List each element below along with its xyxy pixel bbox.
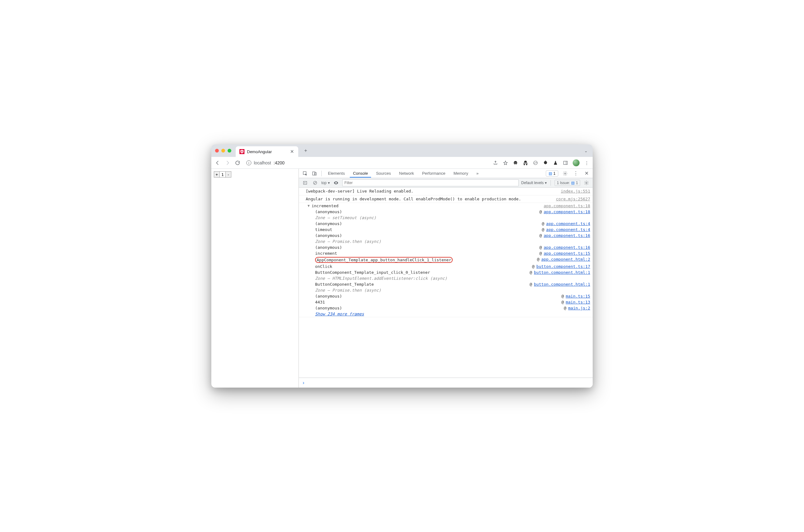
source-link[interactable]: index.js:551 bbox=[557, 188, 590, 194]
close-devtools-icon[interactable]: ✕ bbox=[583, 170, 590, 177]
tab-performance[interactable]: Performance bbox=[419, 169, 448, 177]
share-icon[interactable] bbox=[493, 160, 498, 166]
more-tabs-icon[interactable]: » bbox=[473, 169, 482, 177]
stack-source: @main.ts:15 bbox=[561, 294, 590, 299]
svg-rect-1 bbox=[563, 161, 567, 165]
device-icon[interactable] bbox=[311, 170, 318, 177]
panel-icon[interactable] bbox=[563, 160, 568, 166]
gear-icon[interactable] bbox=[583, 179, 590, 187]
minus-button[interactable]: - bbox=[225, 172, 231, 177]
avatar[interactable] bbox=[573, 159, 579, 166]
new-tab-button[interactable]: + bbox=[301, 146, 310, 155]
console-body: [webpack-dev-server] Live Reloading enab… bbox=[299, 188, 593, 378]
stack-row: (anonymous)@main.ts:15 bbox=[306, 293, 593, 299]
window-maximize-button[interactable] bbox=[228, 149, 231, 153]
stack-row: (anonymous)@main.js:2 bbox=[306, 305, 593, 311]
skull-icon[interactable] bbox=[513, 160, 518, 166]
messages-badge[interactable]: ▤ 1 bbox=[546, 170, 558, 177]
source-link[interactable]: app.component.ts:18 bbox=[543, 209, 590, 214]
levels-dropdown[interactable]: Default levels ▾ bbox=[521, 180, 547, 185]
caret-down-icon: ▼ bbox=[308, 204, 310, 208]
context-label: top bbox=[321, 180, 327, 185]
source-link[interactable]: app.component.ts:18 bbox=[540, 204, 590, 208]
eye-icon[interactable] bbox=[332, 179, 340, 187]
chevron-down-icon[interactable]: ⌄ bbox=[584, 149, 589, 153]
stack-function: (anonymous) bbox=[315, 294, 342, 299]
devtools: Elements Console Sources Network Perform… bbox=[299, 169, 593, 387]
devtools-tabs: Elements Console Sources Network Perform… bbox=[299, 169, 593, 178]
issues-label: 1 Issue: bbox=[557, 180, 570, 185]
window-close-button[interactable] bbox=[215, 149, 219, 153]
chat-icon: ▤ bbox=[549, 171, 552, 176]
source-link[interactable]: app.component.ts:4 bbox=[546, 221, 590, 226]
stack-row: ButtonComponent_Template@button.componen… bbox=[306, 281, 593, 287]
close-icon[interactable]: ✕ bbox=[289, 149, 294, 154]
stack-row: timeout@app.component.ts:4 bbox=[306, 227, 593, 232]
show-more-frames: Show 234 more frames bbox=[306, 311, 593, 317]
async-frame-label: Zone – Promise.then (async) bbox=[306, 287, 593, 293]
wave-icon[interactable] bbox=[533, 160, 538, 166]
svg-point-6 bbox=[564, 173, 566, 174]
at-sign: @ bbox=[561, 300, 564, 304]
console-prompt[interactable]: › bbox=[299, 378, 593, 387]
sidebar-toggle-icon[interactable] bbox=[301, 179, 309, 187]
reload-button[interactable] bbox=[234, 160, 241, 166]
issues-pill[interactable]: 1 Issue: ▤ 1 bbox=[555, 180, 580, 186]
omnibox[interactable]: i localhost:4200 bbox=[246, 160, 285, 165]
tab-console[interactable]: Console bbox=[350, 169, 371, 177]
stack-function: 4431 bbox=[315, 300, 325, 304]
url-host: localhost bbox=[254, 160, 271, 165]
page-pane: + 1 - bbox=[211, 169, 299, 387]
tab-elements[interactable]: Elements bbox=[325, 169, 348, 177]
source-link[interactable]: main.ts:13 bbox=[566, 300, 590, 304]
context-dropdown[interactable]: top ▾ bbox=[321, 180, 330, 185]
stack-row: (anonymous)@app.component.ts:18 bbox=[306, 209, 593, 215]
tab-network[interactable]: Network bbox=[396, 169, 417, 177]
stack-function: (anonymous) bbox=[315, 221, 342, 226]
info-icon: i bbox=[246, 160, 251, 165]
svg-point-11 bbox=[586, 182, 587, 184]
group-title: incremented bbox=[312, 204, 540, 208]
kebab-icon[interactable]: ⋮ bbox=[572, 170, 579, 177]
show-more-link[interactable]: Show 234 more frames bbox=[315, 312, 364, 316]
window-minimize-button[interactable] bbox=[221, 149, 225, 153]
at-sign: @ bbox=[539, 209, 542, 214]
group-header[interactable]: ▼ incremented app.component.ts:18 bbox=[306, 203, 593, 209]
gear-icon[interactable] bbox=[561, 170, 569, 177]
async-frame-label: Zone – setTimeout (async) bbox=[306, 215, 593, 221]
source-link[interactable]: app.component.ts:4 bbox=[546, 227, 590, 232]
clear-console-icon[interactable] bbox=[311, 179, 319, 187]
source-link[interactable]: app.component.ts:15 bbox=[543, 251, 590, 256]
flask-icon[interactable] bbox=[553, 160, 558, 166]
tab-sources[interactable]: Sources bbox=[373, 169, 394, 177]
stack-function: (anonymous) bbox=[315, 233, 342, 238]
browser-tab[interactable]: DemoAngular ✕ bbox=[236, 146, 298, 157]
tab-memory[interactable]: Memory bbox=[451, 169, 472, 177]
inspect-icon[interactable] bbox=[301, 170, 309, 177]
source-link[interactable]: app.component.html:2 bbox=[541, 257, 590, 262]
back-button[interactable] bbox=[214, 160, 221, 166]
stack-function: ButtonComponent_Template bbox=[315, 282, 374, 287]
source-link[interactable]: core.mjs:25627 bbox=[552, 196, 590, 202]
async-frame-label: Zone – Promise.then (async) bbox=[306, 239, 593, 244]
puzzle-icon[interactable] bbox=[543, 160, 548, 166]
stack-function: (anonymous) bbox=[315, 306, 342, 310]
source-link[interactable]: main.ts:15 bbox=[566, 294, 590, 299]
star-icon[interactable] bbox=[503, 160, 508, 166]
source-link[interactable]: main.js:2 bbox=[568, 306, 590, 310]
forward-button[interactable] bbox=[225, 160, 231, 166]
source-link[interactable]: button.component.html:1 bbox=[534, 282, 590, 287]
plus-button[interactable]: + bbox=[214, 172, 220, 177]
source-link[interactable]: app.component.ts:16 bbox=[543, 245, 590, 250]
incognito-icon[interactable] bbox=[523, 160, 528, 166]
filter-input[interactable] bbox=[342, 179, 519, 186]
stack-source: @button.component.html:1 bbox=[530, 270, 590, 275]
source-link[interactable]: button.component.ts:17 bbox=[536, 264, 590, 269]
source-link[interactable]: button.component.html:1 bbox=[534, 270, 590, 275]
kebab-menu-icon[interactable]: ⋯ bbox=[584, 160, 590, 166]
stack-source: @app.component.html:2 bbox=[537, 257, 590, 263]
at-sign: @ bbox=[542, 227, 544, 232]
source-link[interactable]: app.component.ts:16 bbox=[543, 233, 590, 238]
stack-source: @app.component.ts:18 bbox=[539, 209, 590, 214]
chevron-down-icon: ▾ bbox=[545, 180, 547, 185]
